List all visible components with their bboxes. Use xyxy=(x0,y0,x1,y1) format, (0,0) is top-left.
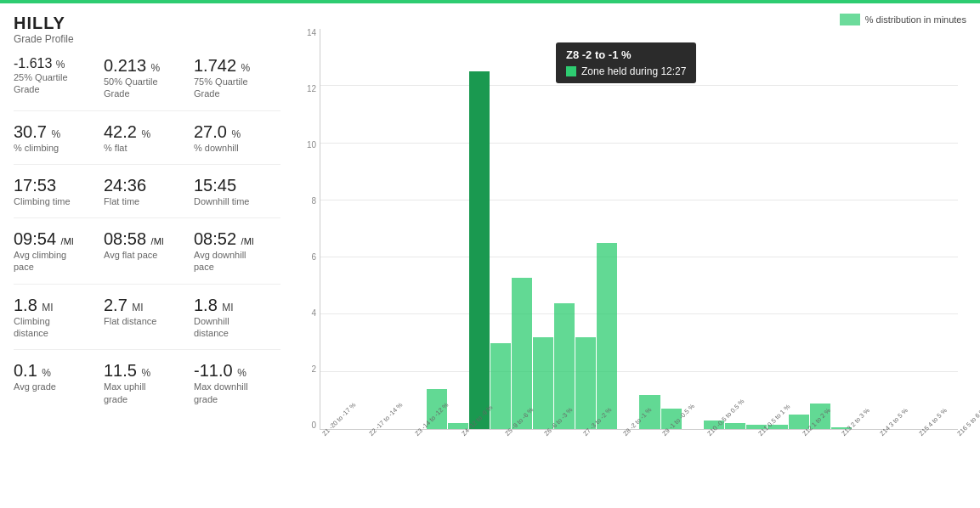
y-axis: 02468101214 xyxy=(294,29,320,430)
stat-value: 08:52 /MI xyxy=(194,229,280,249)
stat-item: 0.1 %Avg grade xyxy=(14,360,100,405)
stat-label: Max downhill grade xyxy=(194,381,280,405)
stat-unit: % xyxy=(141,367,150,379)
stat-unit: % xyxy=(141,128,150,140)
stat-item: 42.2 %% flat xyxy=(104,121,190,154)
bar-wrapper xyxy=(661,29,682,429)
stat-value: 1.8 MI xyxy=(14,295,100,315)
stat-unit: % xyxy=(231,128,241,140)
stat-label: 50% Quartile Grade xyxy=(104,76,190,100)
stat-label: 75% Quartile Grade xyxy=(194,76,280,100)
bar-wrapper xyxy=(490,29,511,429)
stat-value: 11.5 % xyxy=(104,360,190,381)
bar-wrapper xyxy=(874,29,894,429)
bar-wrapper xyxy=(831,29,852,429)
stat-value: -1.613 % xyxy=(14,55,100,71)
stat-item: 0.213 %50% Quartile Grade xyxy=(104,55,190,100)
bar-wrapper xyxy=(683,29,703,429)
page-title: HILLY xyxy=(14,14,280,33)
y-tick: 6 xyxy=(294,253,320,262)
bar-wrapper xyxy=(342,29,362,429)
stat-label: Avg downhill pace xyxy=(194,249,280,274)
stat-unit: MI xyxy=(132,302,143,313)
bar-wrapper xyxy=(725,29,745,429)
stat-item: 2.7 MIFlat distance xyxy=(104,295,190,340)
stat-divider xyxy=(14,284,280,285)
stat-value: -11.0 % xyxy=(194,360,280,381)
stat-unit: /MI xyxy=(61,236,74,246)
bar xyxy=(575,337,596,429)
stat-label: % flat xyxy=(104,142,190,154)
stat-item: 24:36Flat time xyxy=(104,175,190,207)
bar-wrapper xyxy=(448,29,468,429)
stat-value: 1.742 % xyxy=(194,55,280,76)
stat-label: Avg flat pace xyxy=(104,249,190,261)
stat-value: 27.0 % xyxy=(194,121,280,142)
stat-value: 17:53 xyxy=(14,175,100,195)
stat-label: % downhill xyxy=(194,142,280,154)
bar-wrapper xyxy=(916,29,937,429)
stat-value: 09:54 /MI xyxy=(14,229,100,249)
stat-unit: /MI xyxy=(151,236,164,246)
stat-value: 0.213 % xyxy=(104,55,190,76)
bar-wrapper xyxy=(597,29,617,429)
stat-value: 42.2 % xyxy=(104,121,190,142)
stat-label: Avg grade xyxy=(14,381,100,392)
bars-area xyxy=(320,29,958,430)
stat-item: 09:54 /MIAvg climbing pace xyxy=(14,229,100,274)
y-tick: 0 xyxy=(294,421,320,430)
stat-unit: /MI xyxy=(241,236,254,246)
stat-value: 0.1 % xyxy=(14,360,100,381)
bar-wrapper xyxy=(320,29,341,429)
bar-wrapper xyxy=(363,29,383,429)
stat-divider xyxy=(14,349,280,350)
bar xyxy=(597,243,617,429)
stat-item: 1.8 MIClimbing distance xyxy=(14,295,100,340)
stat-unit: % xyxy=(56,59,65,71)
bar-wrapper xyxy=(938,29,958,429)
bar-wrapper xyxy=(853,29,873,429)
stat-value: 08:58 /MI xyxy=(104,229,190,249)
stat-value: 15:45 xyxy=(194,175,280,195)
stat-label: Downhill time xyxy=(194,195,280,207)
y-tick: 14 xyxy=(294,29,320,37)
stat-value: 30.7 % xyxy=(14,121,100,142)
chart-container: 02468101214Z1 -20 to -17 %Z2 -17 to -14 … xyxy=(294,29,966,498)
stat-divider xyxy=(14,110,280,111)
stat-item: 17:53Climbing time xyxy=(14,175,100,207)
bar-wrapper xyxy=(384,29,405,429)
bar-wrapper xyxy=(746,29,767,429)
y-tick: 4 xyxy=(294,309,320,318)
bar-wrapper xyxy=(639,29,660,429)
left-panel: HILLY Grade Profile -1.613 %25% Quartile… xyxy=(14,14,294,498)
stat-unit: MI xyxy=(222,302,233,313)
y-tick: 10 xyxy=(294,141,320,150)
bar-wrapper xyxy=(768,29,788,429)
stat-value: 1.8 MI xyxy=(194,295,280,315)
stat-label: 25% Quartile Grade xyxy=(14,71,100,96)
stat-item: 27.0 %% downhill xyxy=(194,121,280,154)
bar-wrapper xyxy=(533,29,553,429)
stat-item: 08:58 /MIAvg flat pace xyxy=(104,229,190,274)
stat-item: 1.8 MIDownhill distance xyxy=(194,295,280,340)
bar xyxy=(490,343,511,429)
x-labels: Z1 -20 to -17 %Z2 -17 to -14 %Z3 -14 to … xyxy=(320,430,958,498)
stat-divider xyxy=(14,217,280,218)
stat-label: Flat distance xyxy=(104,315,190,327)
y-tick: 2 xyxy=(294,365,320,374)
stat-item: 08:52 /MIAvg downhill pace xyxy=(194,229,280,274)
bar-wrapper xyxy=(469,29,490,429)
stat-item: 1.742 %75% Quartile Grade xyxy=(194,55,280,100)
legend-color-swatch xyxy=(840,14,860,25)
y-tick: 12 xyxy=(294,85,320,93)
bar-wrapper xyxy=(512,29,532,429)
stat-unit: % xyxy=(151,62,161,74)
stat-divider xyxy=(14,164,280,165)
bar-wrapper xyxy=(810,29,830,429)
chart-area: % distribution in minutes 02468101214Z1 … xyxy=(294,14,966,498)
stat-label: Max uphill grade xyxy=(104,381,190,405)
bar-wrapper xyxy=(554,29,575,429)
content: HILLY Grade Profile -1.613 %25% Quartile… xyxy=(0,3,980,508)
stat-item: 15:45Downhill time xyxy=(194,175,280,207)
stat-value: 2.7 MI xyxy=(104,295,190,315)
